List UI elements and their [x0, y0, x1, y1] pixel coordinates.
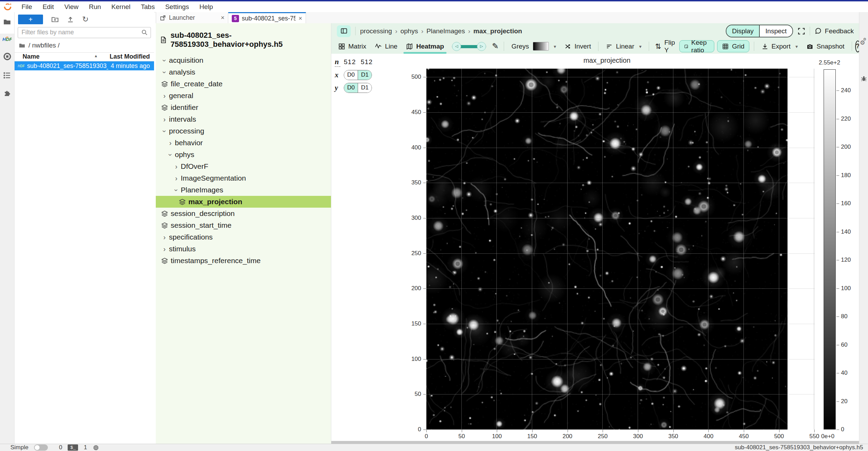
fullscreen-icon[interactable] [798, 27, 805, 35]
file-browser-icon[interactable] [0, 15, 14, 29]
matrix-icon [338, 43, 345, 50]
dataset-layers-icon [161, 104, 168, 111]
colorbar-tick-label: 20 [841, 398, 848, 405]
new-launcher-button[interactable]: + [18, 15, 43, 24]
tree-item-ImageSegmentation[interactable]: ›ImageSegmentation [156, 172, 331, 184]
tree-item-general[interactable]: ›general [156, 90, 331, 102]
tree-item-max_projection[interactable]: max_projection [156, 196, 331, 208]
invert-colormap-button[interactable]: Invert [560, 39, 595, 54]
tree-item-analysis[interactable]: ›analysis [156, 66, 331, 78]
x-tick [779, 430, 780, 432]
close-icon[interactable]: × [298, 15, 302, 22]
tree-item-stimulus[interactable]: ›stimulus [156, 243, 331, 255]
tree-item-intervals[interactable]: ›intervals [156, 113, 331, 125]
crumb-max_projection[interactable]: max_projection [473, 27, 522, 35]
tree-item-identifier[interactable]: identifier [156, 102, 331, 113]
column-last-modified[interactable]: Last Modified [110, 53, 150, 60]
tree-item-label: PlaneImages [181, 186, 223, 194]
x-dim-D1[interactable]: D1 [358, 70, 372, 80]
menu-tabs[interactable]: Tabs [136, 1, 160, 12]
property-inspector-icon[interactable]: ⚙⚙ [859, 39, 868, 47]
file-filter-input[interactable] [18, 27, 151, 37]
tab-label: Launcher [169, 14, 218, 21]
flip-y-button[interactable]: ⇅ Flip Y [652, 39, 678, 54]
tree-item-PlaneImages[interactable]: ›PlaneImages [156, 184, 331, 196]
menu-edit[interactable]: Edit [37, 1, 59, 12]
tree-item-processing[interactable]: ›processing [156, 125, 331, 137]
menu-kernel[interactable]: Kernel [106, 1, 136, 12]
menu-settings[interactable]: Settings [160, 1, 194, 12]
grid-toggle[interactable]: Grid [717, 40, 749, 52]
extensions-icon[interactable] [0, 86, 14, 99]
terminal-icon[interactable]: $_ [68, 444, 78, 451]
x-tick-label: 50 [458, 433, 465, 440]
table-of-contents-icon[interactable] [0, 68, 14, 82]
upload-icon[interactable] [67, 16, 74, 23]
tab-hdf5-file[interactable]: 5 sub-408021_ses-7585193 × [228, 12, 306, 24]
crumb-ophys[interactable]: ophys [400, 27, 418, 35]
tree-item-acquisition[interactable]: ›acquisition [156, 54, 331, 66]
menu-file[interactable]: File [16, 1, 37, 12]
heatmap-canvas[interactable] [426, 69, 815, 430]
y-tick-label: 400 [400, 144, 421, 151]
home-folder-icon[interactable] [19, 42, 25, 49]
tree-item-timestamps_reference_time[interactable]: timestamps_reference_time [156, 255, 331, 267]
column-name[interactable]: Name [23, 53, 40, 60]
toggle-knob [35, 445, 40, 450]
y-tick-label: 500 [400, 73, 421, 80]
new-folder-icon[interactable] [51, 16, 59, 23]
domain-slider[interactable]: ◁ ▷ [452, 42, 486, 51]
running-sessions-icon[interactable] [0, 50, 14, 63]
debugger-icon[interactable] [859, 75, 868, 82]
sidebar-toggle-button[interactable] [337, 25, 351, 37]
camera-icon [806, 43, 814, 50]
tree-item-ophys[interactable]: ›ophys [156, 149, 331, 161]
crumb-PlaneImages[interactable]: PlaneImages [426, 27, 465, 35]
file-row[interactable]: HDFsub-408021_ses-758519303_beha...4 min… [15, 61, 154, 70]
y-dim-D0[interactable]: D0 [344, 83, 358, 93]
tab-launcher[interactable]: Launcher × [156, 12, 228, 23]
x-tick-label: 300 [633, 433, 643, 440]
menu-run[interactable]: Run [84, 1, 106, 12]
y-axis-label: y [335, 84, 340, 92]
menu-view[interactable]: View [59, 1, 84, 12]
colormap-selector[interactable]: Greys ▾ [507, 39, 560, 54]
tree-item-label: session_description [171, 209, 235, 218]
keep-ratio-toggle[interactable]: Keep ratio [679, 40, 714, 52]
simple-mode-toggle[interactable] [34, 444, 48, 451]
kernel-count[interactable]: 1 [84, 444, 87, 451]
breadcrumb-path[interactable]: / nwbfiles / [28, 42, 60, 49]
divider [598, 42, 598, 51]
terminal-count[interactable]: 0 [59, 444, 62, 451]
domain-min-handle[interactable]: ◁ [452, 42, 461, 51]
svg-text:DF: DF [6, 37, 12, 42]
snapshot-button[interactable]: Snapshot [802, 39, 849, 54]
hdf5-sidebar-icon[interactable]: H DF [0, 32, 14, 46]
display-mode-button[interactable]: Display [726, 25, 760, 37]
refresh-icon[interactable]: ↻ [82, 15, 88, 24]
feedback-button[interactable]: Feedback [815, 27, 854, 35]
tree-item-behavior[interactable]: ›behavior [156, 137, 331, 149]
x-dim-D0[interactable]: D0 [344, 70, 358, 80]
matrix-vis-button[interactable]: Matrix [334, 39, 371, 54]
domain-max-handle[interactable]: ▷ [477, 42, 486, 51]
crumb-processing[interactable]: processing [360, 27, 392, 35]
tree-item-session_start_time[interactable]: session_start_time [156, 219, 331, 231]
heatmap-vis-button[interactable]: Heatmap [402, 39, 448, 54]
tree-item-DfOverF[interactable]: ›DfOverF [156, 161, 331, 172]
tree-item-file_create_date[interactable]: file_create_date [156, 78, 331, 90]
tree-item-specifications[interactable]: ›specifications [156, 231, 331, 243]
menu-help[interactable]: Help [194, 1, 218, 12]
tree-item-session_description[interactable]: session_description [156, 208, 331, 219]
export-button[interactable]: Export ▾ [757, 39, 802, 54]
inspect-mode-button[interactable]: Inspect [760, 25, 792, 37]
y-tick [423, 148, 426, 148]
dataset-layers-icon [179, 199, 186, 205]
close-icon[interactable]: × [221, 14, 224, 21]
y-dim-D1[interactable]: D1 [358, 83, 372, 93]
line-vis-button[interactable]: Line [371, 39, 402, 54]
edit-domain-button[interactable]: ✎ [490, 39, 501, 54]
kernel-chip-icon[interactable] [93, 444, 99, 451]
scale-selector[interactable]: Linear ▾ [602, 39, 646, 54]
sort-ascending-icon[interactable]: ▲ [94, 54, 98, 58]
